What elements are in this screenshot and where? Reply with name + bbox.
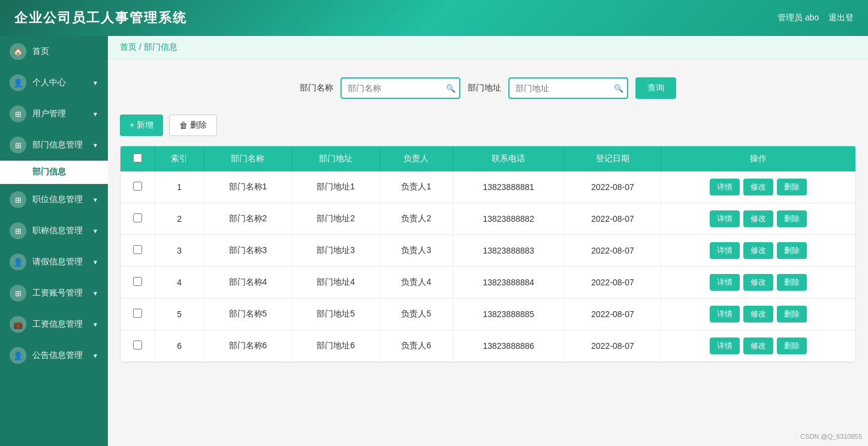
row-dept-addr: 部门地址6 [292,330,380,362]
dept-name-input-wrap: 🔍 [340,77,460,99]
row-phone: 13823888886 [453,330,565,362]
edit-button[interactable]: 修改 [743,242,773,259]
sidebar-item-position-mgmt[interactable]: ⊞ 职位信息管理 ▼ [0,184,108,215]
row-dept-addr: 部门地址5 [292,299,380,330]
search-icon-dept-addr: 🔍 [614,84,623,93]
sidebar-item-personal[interactable]: 👤 个人中心 ▼ [0,67,108,98]
table-row: 4 部门名称4 部门地址4 负责人4 13823888884 2022-08-0… [120,267,855,299]
main-layout: 🏠 首页 👤 个人中心 ▼ ⊞ 用户管理 ▼ ⊞ 部门信息管理 ▼ 部门信息 ⊞… [0,36,868,446]
action-bar: + 新增 🗑 删除 [120,114,856,136]
row-select-checkbox[interactable] [133,182,142,191]
row-dept-addr: 部门地址1 [292,171,380,203]
detail-button[interactable]: 详情 [710,210,740,227]
row-dept-name: 部门名称6 [204,330,292,362]
logout-button[interactable]: 退出登 [828,13,854,23]
leave-icon: 👤 [10,254,26,270]
sidebar-leave-mgmt-label: 请假信息管理 [32,257,83,267]
table-row: 2 部门名称2 部门地址2 负责人2 13823888882 2022-08-0… [120,203,855,235]
row-checkbox [120,330,155,362]
table-row: 5 部门名称5 部门地址5 负责人5 13823888885 2022-08-0… [120,299,855,330]
dept-addr-label: 部门地址 [468,83,501,94]
edit-button[interactable]: 修改 [743,179,773,195]
detail-button[interactable]: 详情 [710,337,740,354]
sidebar-item-dept-mgmt[interactable]: ⊞ 部门信息管理 ▼ [0,129,108,161]
row-ops: 详情 修改 删除 [661,171,855,203]
row-ops: 详情 修改 删除 [661,330,855,362]
row-select-checkbox[interactable] [133,277,142,286]
sidebar-dept-mgmt-label: 部门信息管理 [32,140,83,150]
page-body: 部门名称 🔍 部门地址 🔍 查询 + 新增 🗑 删除 [108,59,868,446]
data-table: 索引 部门名称 部门地址 负责人 联系电话 登记日期 操作 1 部门名称1 部门… [120,146,855,362]
breadcrumb-separator: / [139,42,144,52]
chevron-down-icon-5: ▼ [92,228,98,234]
batch-delete-button[interactable]: 🗑 删除 [169,114,217,136]
chevron-down-icon-2: ▼ [92,111,98,117]
row-select-checkbox[interactable] [133,340,142,349]
sidebar-item-leave-mgmt[interactable]: 👤 请假信息管理 ▼ [0,246,108,278]
row-index: 4 [155,267,204,299]
username-label: 管理员 abo [777,13,819,23]
sidebar-item-title-mgmt[interactable]: ⊞ 职称信息管理 ▼ [0,215,108,246]
delete-row-button[interactable]: 删除 [777,242,807,259]
row-phone: 13823888885 [453,299,565,330]
edit-button[interactable]: 修改 [743,306,773,323]
home-icon: 🏠 [10,43,26,60]
sidebar-user-mgmt-label: 用户管理 [32,109,66,119]
salary-acct-icon: ⊞ [10,285,26,302]
delete-row-button[interactable]: 删除 [777,210,807,227]
row-date: 2022-08-07 [565,267,661,299]
edit-button[interactable]: 修改 [743,337,773,354]
row-select-checkbox[interactable] [133,245,142,254]
detail-button[interactable]: 详情 [710,306,740,323]
breadcrumb-current: 部门信息 [144,42,177,52]
query-button[interactable]: 查询 [635,77,676,99]
delete-row-button[interactable]: 删除 [777,306,807,323]
delete-row-button[interactable]: 删除 [777,179,807,195]
person-icon: 👤 [10,74,26,91]
notice-icon: 👤 [10,347,26,364]
row-date: 2022-08-07 [565,299,661,330]
table-row: 6 部门名称6 部门地址6 负责人6 13823888886 2022-08-0… [120,330,855,362]
delete-row-button[interactable]: 删除 [777,337,807,354]
chevron-down-icon-6: ▼ [92,259,98,266]
top-header: 企业公司员工人事管理系统 管理员 abo 退出登 [0,0,868,36]
detail-button[interactable]: 详情 [710,274,740,291]
delete-row-button[interactable]: 删除 [777,274,807,291]
chevron-down-icon-8: ▼ [92,321,98,328]
sidebar-item-home[interactable]: 🏠 首页 [0,36,108,67]
dept-addr-input-wrap: 🔍 [508,77,628,99]
sidebar-item-dept-info[interactable]: 部门信息 [0,161,108,184]
row-date: 2022-08-07 [565,203,661,235]
row-manager: 负责人1 [380,171,453,203]
dept-name-input[interactable] [340,77,460,99]
sidebar-item-notice-mgmt[interactable]: 👤 公告信息管理 ▼ [0,340,108,371]
row-select-checkbox[interactable] [133,213,142,222]
edit-button[interactable]: 修改 [743,210,773,227]
row-checkbox [120,235,155,267]
chevron-down-icon-3: ▼ [92,142,98,149]
add-button[interactable]: + 新增 [120,114,163,136]
search-bar: 部门名称 🔍 部门地址 🔍 查询 [120,71,856,105]
th-phone: 联系电话 [453,146,565,171]
row-index: 2 [155,203,204,235]
detail-button[interactable]: 详情 [710,242,740,259]
sidebar-item-user-mgmt[interactable]: ⊞ 用户管理 ▼ [0,98,108,129]
sidebar-item-salary-info[interactable]: 💼 工资信息管理 ▼ [0,309,108,340]
row-date: 2022-08-07 [565,235,661,267]
salary-info-icon: 💼 [10,316,26,333]
select-all-checkbox[interactable] [133,153,142,162]
detail-button[interactable]: 详情 [710,179,740,195]
row-manager: 负责人5 [380,299,453,330]
th-ops: 操作 [661,146,855,171]
th-date: 登记日期 [565,146,661,171]
row-phone: 13823888882 [453,203,565,235]
th-dept-name: 部门名称 [204,146,292,171]
edit-button[interactable]: 修改 [743,274,773,291]
row-manager: 负责人4 [380,267,453,299]
chevron-down-icon-9: ▼ [92,352,98,359]
row-select-checkbox[interactable] [133,309,142,318]
sidebar-item-salary-acct[interactable]: ⊞ 工资账号管理 ▼ [0,278,108,309]
content-area: 首页 / 部门信息 部门名称 🔍 部门地址 🔍 查询 [108,36,868,446]
dept-addr-input[interactable] [508,77,628,99]
chevron-down-icon-7: ▼ [92,290,98,297]
